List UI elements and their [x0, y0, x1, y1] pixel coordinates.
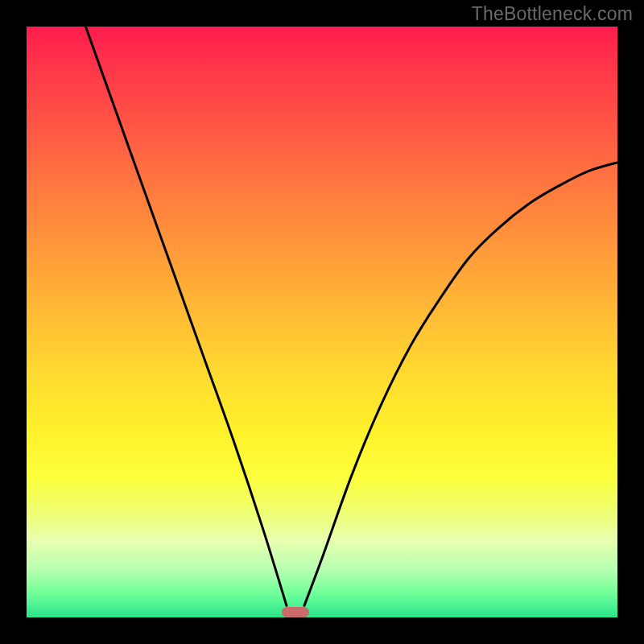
chart-frame: TheBottleneck.com [0, 0, 644, 644]
curve-right-branch [304, 163, 617, 606]
watermark-text: TheBottleneck.com [472, 3, 633, 25]
plot-area [27, 27, 617, 617]
curve-left-branch [85, 27, 287, 605]
bottleneck-curve [27, 27, 617, 617]
min-point-marker [282, 607, 309, 617]
